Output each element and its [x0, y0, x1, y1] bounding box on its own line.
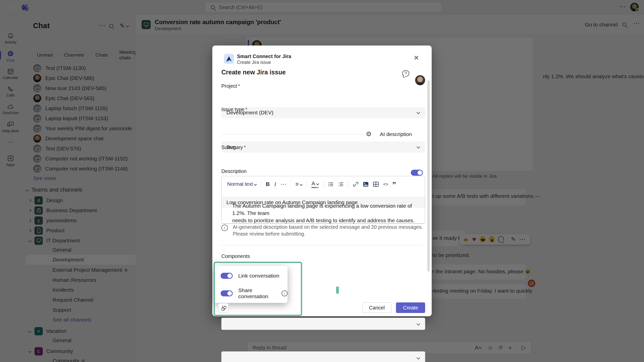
chevron-down-icon	[417, 145, 420, 149]
components-label: Components	[221, 253, 250, 259]
italic-icon[interactable]: I	[274, 181, 276, 188]
dialog-app-subtitle: Create Jira issue	[237, 60, 271, 65]
divider	[221, 134, 364, 134]
numbered-list-icon[interactable]: 12	[338, 182, 344, 187]
ai-description-toggle[interactable]	[411, 170, 423, 176]
issue-type-label: Issue type*	[221, 107, 247, 112]
ai-note: AI-generated description based on the se…	[233, 224, 423, 237]
smart-connect-app-icon	[224, 54, 234, 64]
svg-text:2: 2	[338, 185, 339, 187]
description-text[interactable]: The Autumn Campaign landing page is expe…	[222, 188, 425, 224]
gear-icon[interactable]: ⚙	[366, 130, 372, 138]
bullet-list-icon[interactable]	[328, 182, 334, 187]
divider	[291, 180, 291, 188]
text-style-select[interactable]: Normal text	[227, 181, 256, 187]
issue-type-select[interactable]: Bug	[221, 142, 425, 153]
text-cursor-indicator	[336, 287, 339, 294]
chevron-down-icon	[254, 183, 257, 186]
info-icon: i	[221, 224, 228, 231]
description-label: Description	[221, 168, 247, 174]
divider	[261, 180, 261, 188]
more-formatting-icon[interactable]: ⋯	[280, 181, 286, 188]
image-icon[interactable]	[363, 182, 369, 187]
divider	[307, 180, 307, 188]
reporter-avatar	[415, 75, 425, 85]
summary-label: Summary*	[221, 145, 246, 150]
labels-select[interactable]	[221, 351, 425, 362]
ai-description-label: AI description	[380, 131, 412, 137]
modal-scrollbar[interactable]	[427, 80, 430, 272]
chevron-down-icon	[417, 111, 420, 114]
teams-app: T ⋯ Activity Chat Calendar Calls	[0, 0, 644, 362]
quote-icon[interactable]: ”	[392, 183, 396, 186]
chevron-down-icon	[417, 356, 420, 359]
text-color-icon[interactable]: A	[311, 180, 319, 188]
help-bubble-icon[interactable]: ?	[402, 70, 409, 77]
divider	[221, 245, 423, 245]
description-editor[interactable]: Normal text B I ⋯ ≡ A 12 <> ” The	[221, 176, 425, 224]
cancel-button[interactable]: Cancel	[362, 302, 391, 313]
code-icon[interactable]: <>	[383, 182, 388, 187]
bold-icon[interactable]: B	[266, 181, 270, 188]
divider	[323, 180, 324, 188]
chevron-down-icon	[417, 322, 420, 326]
close-icon[interactable]: ✕	[414, 54, 419, 62]
svg-text:1: 1	[338, 182, 339, 184]
divider	[348, 180, 348, 188]
annotation-highlight-box	[214, 262, 302, 316]
project-select[interactable]: Development (DEV)	[221, 107, 425, 118]
table-icon[interactable]	[373, 182, 379, 187]
align-icon[interactable]: ≡	[295, 181, 302, 188]
dialog-app-title: Smart Connect for Jira	[237, 54, 291, 59]
create-button[interactable]: Create	[396, 302, 425, 313]
dialog-heading: Create new Jira issue	[221, 69, 286, 76]
components-select[interactable]	[221, 318, 425, 330]
editor-toolbar: Normal text B I ⋯ ≡ A 12 <> ”	[222, 176, 425, 188]
link-icon[interactable]	[353, 182, 358, 187]
project-label: Project*	[221, 83, 240, 89]
